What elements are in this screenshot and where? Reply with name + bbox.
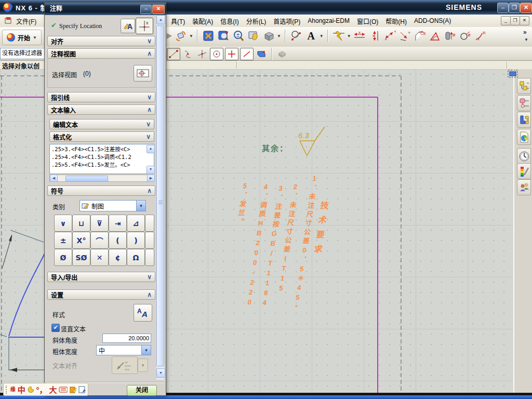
- snap-point-on-face-icon[interactable]: [255, 48, 268, 60]
- select-view-button[interactable]: [134, 65, 152, 82]
- roles-tab[interactable]: [517, 179, 531, 195]
- window-minimize-button[interactable]: –: [497, 3, 509, 13]
- inferred-dimension-icon[interactable]: [332, 29, 345, 43]
- text-caret-icon[interactable]: ▼: [320, 34, 324, 38]
- text-tool-icon[interactable]: A: [304, 29, 318, 43]
- symbol-centerline-button[interactable]: ¢: [109, 249, 127, 266]
- symbol-clipped-button[interactable]: [145, 215, 154, 232]
- chamfer-dimension-icon[interactable]: C8: [413, 29, 427, 43]
- vertical-text-checkbox[interactable]: ✔: [51, 324, 60, 332]
- dialog-close-action-button[interactable]: 关闭: [127, 385, 157, 396]
- hscroll-right-button[interactable]: ▶: [147, 175, 155, 182]
- ime-softkeyboard-icon[interactable]: [59, 387, 67, 393]
- menu-analysis[interactable]: 分析(L): [243, 17, 270, 25]
- ime-settings-icon[interactable]: [70, 386, 77, 393]
- text-scroll-up-button[interactable]: ▲: [147, 145, 155, 153]
- edit-object-display-icon[interactable]: [289, 29, 303, 43]
- text-scroll-down-button[interactable]: ▼: [147, 166, 155, 174]
- ime-menu-icon[interactable]: [78, 386, 86, 393]
- section-settings[interactable]: 设置 ∧: [47, 289, 155, 300]
- menu-assemblies[interactable]: 装配(A): [189, 17, 217, 25]
- hole-dimension-icon[interactable]: ø: [458, 29, 472, 43]
- fit-view-icon[interactable]: [202, 29, 215, 43]
- section-format[interactable]: 格式化 ∨: [49, 131, 154, 142]
- menu-preferences[interactable]: 首选项(P): [270, 17, 304, 25]
- shaded-display-icon[interactable]: [262, 29, 275, 43]
- symbol-open-paren-button[interactable]: (: [109, 232, 127, 249]
- ime-toolbar[interactable]: 缘 中 °， 大: [3, 383, 88, 396]
- section-import-export[interactable]: 导入/导出 ∨: [47, 272, 155, 282]
- reuse-library-tab[interactable]: [517, 129, 531, 145]
- dialog-close-button[interactable]: ✕: [152, 5, 165, 14]
- symbol-surface-button[interactable]: ∨: [54, 215, 72, 232]
- menu-addons[interactable]: ADD-ONS(A): [410, 17, 455, 24]
- menu-window[interactable]: 窗口(O): [353, 17, 382, 25]
- dialog-minimize-button[interactable]: –: [140, 5, 152, 14]
- window-restore-button[interactable]: ❐: [509, 3, 520, 13]
- category-combo[interactable]: 制图 ▼: [79, 200, 146, 211]
- category-caret-icon[interactable]: ▼: [136, 201, 145, 211]
- constraint-navigator-tab[interactable]: [517, 95, 531, 111]
- bold-width-caret-icon[interactable]: ▼: [141, 345, 151, 355]
- zoom-window-icon[interactable]: [217, 29, 230, 43]
- rotate-caret-icon[interactable]: ▼: [189, 34, 193, 38]
- dialog-scrollbar[interactable]: ▲ ▼: [156, 15, 164, 380]
- symbol-plusminus-button[interactable]: ±: [54, 232, 72, 249]
- snap-point-on-curve-icon[interactable]: [240, 48, 254, 60]
- annotation-style-button[interactable]: A: [121, 19, 135, 33]
- radius-dimension-icon[interactable]: R+: [473, 29, 487, 43]
- snap-center-point-icon[interactable]: [210, 48, 223, 60]
- horizontal-dimension-icon[interactable]: x: [353, 29, 366, 43]
- rotate-view-icon[interactable]: [174, 29, 188, 43]
- part-navigator-tab[interactable]: [517, 112, 531, 128]
- bold-width-combo[interactable]: 中 ▼: [96, 345, 151, 355]
- symbol-degree-button[interactable]: X°: [72, 232, 90, 249]
- menu-ahongzai-edm[interactable]: Ahongzai-EDM: [304, 17, 353, 24]
- vertical-dimension-icon[interactable]: x: [368, 29, 381, 43]
- angular-dimension-icon[interactable]: [428, 29, 442, 43]
- pan-icon[interactable]: [247, 29, 260, 43]
- menu-information[interactable]: 信息(I): [217, 17, 242, 25]
- ime-grip-handle[interactable]: [6, 385, 8, 394]
- section-text-input[interactable]: 文本输入 ∧: [47, 104, 155, 115]
- cylindrical-dimension-icon[interactable]: ø: [443, 29, 457, 43]
- symbol-depth-button[interactable]: ⊽: [90, 215, 109, 232]
- italic-angle-input[interactable]: [102, 334, 151, 343]
- symbol-clipped-button[interactable]: [145, 249, 154, 266]
- clipped-icon[interactable]: [166, 29, 172, 43]
- dialog-scroll-up-button[interactable]: ▲: [156, 15, 165, 24]
- parallel-dimension-icon[interactable]: ++: [383, 29, 396, 43]
- display-caret-icon[interactable]: ▼: [277, 34, 281, 38]
- start-button[interactable]: 开始 ▼: [2, 30, 42, 45]
- selection-filter-combo[interactable]: 没有选择过滤器: [0, 48, 47, 59]
- dialog-scroll-down-button[interactable]: ▼: [156, 368, 165, 378]
- text-hscrollbar[interactable]: ◀ ▶: [49, 175, 154, 182]
- section-symbols[interactable]: 符号 ∧: [47, 185, 155, 196]
- menu-file[interactable]: 文件(F): [12, 17, 40, 25]
- symbol-cross-button[interactable]: ✕: [90, 249, 109, 266]
- ime-mode-chinese[interactable]: 中: [18, 384, 25, 395]
- section-align[interactable]: 对齐 ∨: [47, 36, 155, 46]
- section-leader[interactable]: 指引线 ∨: [47, 92, 155, 102]
- section-edit-text[interactable]: 编辑文本 ∨: [49, 119, 154, 129]
- materials-tab[interactable]: [517, 163, 531, 179]
- zoom-in-out-icon[interactable]: ±: [232, 29, 245, 43]
- symbol-counterbore-button[interactable]: ⇥: [109, 215, 127, 232]
- ime-halfwidth-icon[interactable]: [28, 386, 34, 393]
- symbol-arc-button[interactable]: ⌒: [90, 232, 109, 249]
- origin-tool-button[interactable]: x: [136, 18, 153, 34]
- mdi-close-button[interactable]: ✕: [520, 16, 529, 25]
- symbol-spherical-diameter-button[interactable]: SØ: [72, 249, 90, 266]
- symbol-square-u-button[interactable]: ⊔: [72, 215, 90, 232]
- section-annotation-view[interactable]: 注释视图 ∧: [47, 48, 155, 59]
- ime-charset[interactable]: 大: [49, 384, 57, 395]
- assembly-navigator-tab[interactable]: [517, 78, 531, 94]
- history-tab[interactable]: [517, 148, 531, 164]
- perpendicular-dimension-icon[interactable]: +: [398, 29, 411, 43]
- symbol-diameter-button[interactable]: Ø: [54, 249, 72, 266]
- snap-endpoint-icon[interactable]: [167, 48, 180, 60]
- snap-tangent-icon[interactable]: [182, 48, 194, 60]
- annotation-text-editor[interactable]: .25>3.<F4><C1.5>注差按<C> .25>4.<F4><C1.5>调…: [49, 144, 154, 174]
- menu-tools[interactable]: 具(T): [167, 17, 189, 25]
- menu-help[interactable]: 帮助(H): [382, 17, 410, 25]
